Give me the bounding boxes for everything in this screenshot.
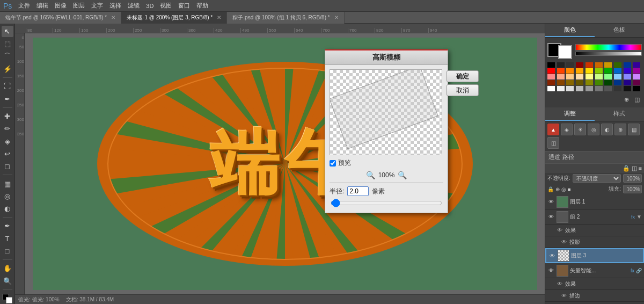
move-tool[interactable]: ↖ — [2, 26, 13, 37]
swatch[interactable] — [586, 62, 593, 68]
swatch[interactable] — [576, 74, 583, 79]
panel-action-2[interactable]: ◫ — [632, 95, 642, 104]
blur-tool[interactable]: ◎ — [2, 191, 13, 202]
swatch[interactable] — [624, 62, 631, 68]
swatch[interactable] — [566, 68, 574, 74]
swatch[interactable] — [547, 86, 555, 91]
swatch[interactable] — [633, 86, 640, 91]
menu-3d[interactable]: 3D — [146, 3, 153, 9]
swatch[interactable] — [614, 86, 621, 91]
swatch[interactable] — [624, 68, 631, 74]
swatch[interactable] — [557, 86, 565, 91]
zoom-out-icon[interactable]: 🔍 — [366, 171, 375, 179]
swatch[interactable] — [576, 80, 583, 85]
swatch[interactable] — [624, 80, 631, 85]
text-tool[interactable]: T — [2, 233, 13, 244]
swatch[interactable] — [547, 68, 555, 74]
adj-hsl[interactable]: ◐ — [601, 124, 613, 135]
swatch[interactable] — [586, 80, 593, 85]
layer-eye-stroke[interactable]: 👁 — [560, 292, 568, 300]
layer-eye-smart[interactable]: 👁 — [547, 267, 555, 274]
paths-tab[interactable]: 路径 — [562, 153, 574, 161]
layer-item-3[interactable]: 👁 图层 3 — [545, 248, 644, 263]
swatch[interactable] — [557, 62, 565, 68]
swatch[interactable] — [633, 80, 640, 85]
swatch[interactable] — [557, 74, 565, 79]
swatch[interactable] — [557, 68, 565, 74]
layer-eye-eff2[interactable]: 👁 — [556, 280, 564, 288]
swatch[interactable] — [547, 80, 555, 85]
swatch[interactable] — [624, 74, 631, 79]
swatch[interactable] — [576, 68, 583, 74]
swatch[interactable] — [604, 80, 612, 85]
menu-view[interactable]: 视图 — [160, 2, 172, 10]
layer-item-smartfilter[interactable]: 👁 智能滤镜 — [545, 302, 644, 304]
layer-group-icon[interactable]: ◫ — [632, 165, 637, 172]
menu-image[interactable]: 图像 — [55, 2, 67, 10]
menu-layer[interactable]: 图层 — [73, 2, 85, 10]
layer-lock-icon[interactable]: 🔒 — [623, 165, 630, 172]
tab-1[interactable]: 端午节.psd @ 165% (EWLL-001, RGB/8) * ✕ — [0, 12, 121, 24]
adj-vibrance[interactable]: ◎ — [588, 124, 599, 135]
swatch[interactable] — [566, 86, 574, 91]
adjustments-tab[interactable]: 调整 — [545, 107, 595, 121]
layer-eye-2[interactable]: 👁 — [547, 213, 555, 221]
swatch[interactable] — [576, 62, 583, 68]
color-tab[interactable]: 颜色 — [545, 24, 595, 37]
gradient-tool[interactable]: ▦ — [2, 178, 13, 189]
tab-2[interactable]: 未标题-1 @ 200% (图层 3, RGB/8) * ✕ — [121, 12, 227, 24]
menu-edit[interactable]: 编辑 — [36, 2, 48, 10]
wand-tool[interactable]: ⚡ — [2, 63, 13, 75]
layer-item-shadow[interactable]: 👁 投影 — [545, 236, 644, 248]
eraser-tool[interactable]: ◻ — [2, 161, 13, 172]
swatch[interactable] — [604, 74, 612, 79]
swatch[interactable] — [604, 62, 612, 68]
fill-input[interactable] — [623, 185, 642, 193]
swatch[interactable] — [604, 86, 612, 91]
dodge-tool[interactable]: ◐ — [2, 203, 13, 214]
cancel-button[interactable]: 取消 — [447, 84, 479, 96]
tab-1-close[interactable]: ✕ — [111, 15, 115, 20]
swatch[interactable] — [566, 80, 574, 85]
blend-mode-select[interactable]: 不透明度 正常 — [573, 174, 621, 183]
layer-item-2[interactable]: 👁 组 2 fx ▼ — [545, 209, 644, 225]
swatch[interactable] — [586, 86, 593, 91]
layer-expand-2[interactable]: ▼ — [636, 214, 642, 220]
swatch[interactable] — [566, 74, 574, 79]
fg-bg-colors[interactable] — [2, 293, 13, 304]
stamp-tool[interactable]: ◈ — [2, 135, 13, 147]
lasso-tool[interactable]: ⌒ — [2, 51, 13, 62]
layer-eye-3[interactable]: 👁 — [548, 252, 556, 259]
heal-tool[interactable]: ✚ — [2, 111, 13, 122]
hand-tool[interactable]: ✋ — [2, 263, 13, 274]
layer-menu-icon[interactable]: ≡ — [639, 165, 642, 172]
swatch[interactable] — [595, 74, 603, 79]
radius-input[interactable] — [347, 186, 369, 196]
swatch[interactable] — [614, 80, 621, 85]
adj-levels[interactable]: ▲ — [547, 124, 559, 135]
swatch[interactable] — [576, 86, 583, 91]
brush-tool[interactable]: ✏ — [2, 123, 13, 134]
tab-2-close[interactable]: ✕ — [217, 15, 221, 20]
pen-tool[interactable]: ✒ — [2, 220, 13, 231]
menu-window[interactable]: 窗口 — [178, 2, 190, 10]
ok-button[interactable]: 确定 — [447, 70, 479, 82]
zoom-in-icon[interactable]: 🔍 — [398, 171, 407, 179]
opacity-input[interactable] — [623, 174, 642, 183]
swatch[interactable] — [586, 68, 593, 74]
layer-item-1[interactable]: 👁 图层 1 — [545, 194, 644, 209]
color-spectrum[interactable] — [575, 44, 642, 56]
zoom-tool[interactable]: 🔍 — [2, 275, 13, 286]
menu-select[interactable]: 选择 — [109, 2, 121, 10]
crop-tool[interactable]: ⛶ — [2, 81, 13, 92]
swatch[interactable] — [633, 74, 640, 79]
swatch[interactable] — [614, 62, 621, 68]
swatch[interactable] — [614, 74, 621, 79]
history-brush[interactable]: ↩ — [2, 148, 13, 160]
adj-bw[interactable]: ▨ — [628, 124, 640, 135]
channels-tab[interactable]: 通道 — [548, 153, 560, 161]
shape-tool[interactable]: □ — [2, 245, 13, 257]
swatch[interactable] — [614, 68, 621, 74]
adj-curves[interactable]: ◈ — [561, 124, 573, 135]
swatch[interactable] — [604, 68, 612, 74]
